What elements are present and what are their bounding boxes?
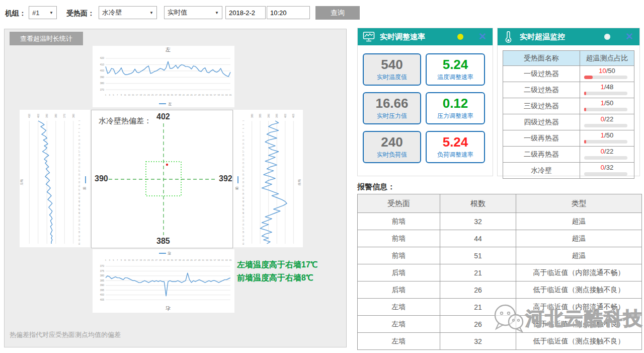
- svg-text:21: 21: [243, 158, 245, 160]
- svg-text:13: 13: [128, 94, 130, 96]
- svg-text:63: 63: [225, 94, 228, 96]
- svg-text:19: 19: [139, 94, 142, 96]
- svg-text:55: 55: [210, 259, 212, 261]
- svg-text:41: 41: [243, 196, 245, 198]
- ratio-bar-track: [584, 76, 627, 79]
- table-row: 前墙44超温: [358, 230, 642, 247]
- unit-label: 机组：: [5, 9, 26, 18]
- svg-text:370: 370: [63, 113, 66, 118]
- svg-text:65: 65: [78, 243, 80, 245]
- svg-text:27: 27: [243, 170, 245, 172]
- count: 32: [440, 213, 516, 230]
- svg-text:65: 65: [229, 94, 232, 96]
- svg-text:9: 9: [121, 94, 122, 96]
- svg-text:385: 385: [259, 113, 262, 118]
- svg-text:400: 400: [37, 113, 40, 118]
- svg-text:3: 3: [109, 259, 111, 261]
- svg-text:47: 47: [78, 208, 80, 210]
- svg-text:25: 25: [151, 259, 154, 261]
- svg-text:13: 13: [243, 143, 245, 145]
- svg-text:51: 51: [78, 216, 80, 218]
- surface-select[interactable]: 水冷壁 ▼: [99, 6, 157, 19]
- svg-text:21: 21: [143, 94, 146, 96]
- svg-text:3: 3: [109, 94, 111, 96]
- svg-text:23: 23: [78, 162, 80, 164]
- unit-select[interactable]: #1 ▼: [29, 6, 57, 19]
- svg-text:400: 400: [100, 69, 105, 72]
- overtemp-table-body: 一级过热器10/50二级过热器1/48三级过热器1/50四级过热器0/22一级再…: [503, 66, 634, 179]
- svg-text:11: 11: [124, 259, 127, 261]
- column-header: 根数: [440, 194, 516, 213]
- svg-text:后墙: 后墙: [20, 179, 24, 185]
- surface-name: 一级过热器: [503, 66, 580, 82]
- svg-text:375: 375: [100, 269, 105, 272]
- svg-text:23: 23: [147, 259, 150, 261]
- svg-text:11: 11: [243, 139, 245, 141]
- close-icon[interactable]: ✕: [625, 30, 633, 43]
- svg-text:37: 37: [243, 189, 245, 191]
- svg-text:33: 33: [78, 181, 80, 183]
- overtemp-ratio: 1/50: [580, 130, 634, 147]
- svg-text:380: 380: [100, 274, 105, 277]
- chevron-down-icon: ▼: [215, 11, 219, 15]
- svg-text:400: 400: [100, 293, 105, 296]
- deviation-point: [166, 164, 168, 166]
- metric-label: 实时压力值: [364, 112, 420, 120]
- svg-text:21: 21: [143, 259, 146, 261]
- deviation-right-value: 392: [219, 174, 232, 183]
- svg-text:右: 右: [168, 251, 171, 255]
- alarm-type: 低于临近值（测点接触不良）: [516, 316, 642, 333]
- overtemp-stats-button[interactable]: 查看超温时长统计: [10, 32, 83, 45]
- mode-select[interactable]: 实时值 ▼: [164, 6, 222, 19]
- svg-text:53: 53: [243, 220, 245, 222]
- rate-panel: 实时调整速率 ✕ 540实时温度值5.24温度调整速率16.66实时压力值0.1…: [357, 28, 493, 176]
- svg-text:前墙: 前墙: [298, 179, 301, 186]
- svg-text:25: 25: [78, 166, 80, 168]
- query-button[interactable]: 查询: [315, 6, 360, 20]
- svg-text:右: 右: [166, 306, 171, 311]
- svg-text:61: 61: [221, 259, 224, 261]
- svg-text:27: 27: [155, 259, 157, 261]
- metric-value: 240: [364, 133, 420, 151]
- svg-text:35: 35: [78, 185, 80, 187]
- svg-text:45: 45: [78, 204, 80, 206]
- svg-text:1: 1: [243, 120, 245, 121]
- svg-text:53: 53: [206, 94, 208, 96]
- svg-text:390: 390: [100, 284, 105, 287]
- surface: 左墙: [358, 316, 440, 333]
- date-input[interactable]: [225, 6, 266, 19]
- svg-text:7: 7: [117, 94, 118, 96]
- svg-text:39: 39: [179, 94, 181, 96]
- alarm-type: 高于临近值（内部流通不畅）: [516, 299, 642, 316]
- svg-text:410: 410: [100, 63, 105, 66]
- svg-text:左: 左: [168, 102, 172, 106]
- metric-label: 负荷调整速率: [427, 151, 484, 159]
- count: 21: [440, 264, 516, 281]
- svg-text:3: 3: [78, 124, 80, 125]
- svg-text:5: 5: [243, 128, 245, 129]
- surface: 左墙: [358, 333, 440, 350]
- column-header: 受热面名称: [503, 51, 580, 66]
- svg-text:左: 左: [166, 47, 171, 52]
- svg-text:39: 39: [243, 193, 245, 195]
- overtemp-ratio: 1/48: [580, 82, 634, 98]
- table-row: 一级再热器1/50: [503, 130, 634, 147]
- svg-text:39: 39: [179, 259, 181, 261]
- svg-text:1: 1: [105, 94, 107, 96]
- overtemp-table: 受热面名称 超温测点占比 一级过热器10/50二级过热器1/48三级过热器1/5…: [503, 50, 634, 179]
- svg-text:395: 395: [100, 289, 105, 292]
- time-input[interactable]: [267, 6, 310, 19]
- svg-text:19: 19: [139, 259, 142, 261]
- svg-text:395: 395: [275, 113, 278, 118]
- deviation-bottom-value: 385: [156, 237, 170, 246]
- close-icon[interactable]: ✕: [478, 30, 487, 43]
- svg-text:前: 前: [235, 186, 238, 190]
- metric-card: 540实时温度值: [363, 53, 421, 86]
- svg-text:43: 43: [186, 259, 189, 261]
- svg-text:15: 15: [132, 94, 134, 96]
- surface-name: 四级过热器: [503, 114, 580, 130]
- svg-text:17: 17: [136, 94, 138, 96]
- rear-wall-chart: 4104003903803703601357911131517192123252…: [20, 110, 90, 247]
- ratio-bar-track: [584, 172, 627, 176]
- svg-text:后: 后: [83, 186, 87, 190]
